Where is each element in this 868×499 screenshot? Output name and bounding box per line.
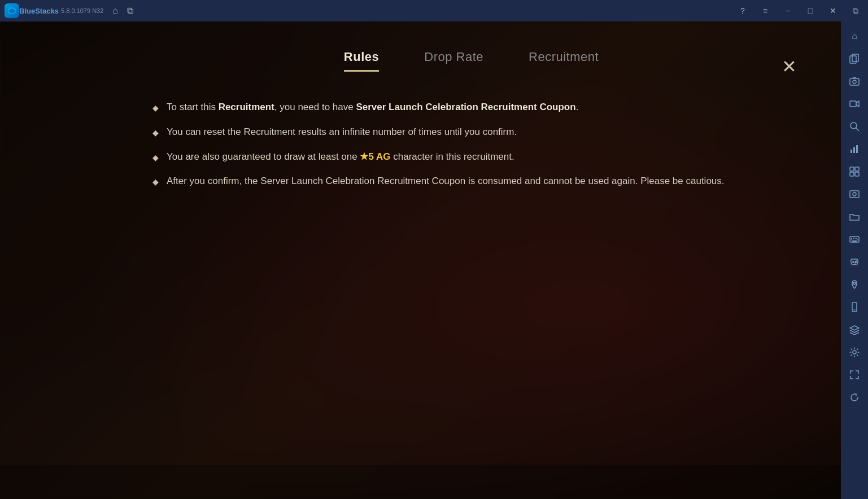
bullet-2: ◆ xyxy=(152,126,159,140)
rules-content: ◆ To start this Recruitment, you need to… xyxy=(136,85,807,211)
sidebar-search-icon[interactable] xyxy=(844,116,865,137)
bluestacks-logo xyxy=(5,3,19,18)
svg-rect-9 xyxy=(850,150,852,153)
rule-item-3: ◆ You are also guaranteed to draw at lea… xyxy=(152,148,790,165)
home-titlebar-icon[interactable]: ⌂ xyxy=(112,6,118,16)
restore-button[interactable]: ⧉ xyxy=(848,3,863,19)
sidebar-stats-icon[interactable] xyxy=(844,139,865,159)
svg-rect-2 xyxy=(850,56,856,63)
sidebar-phone-icon[interactable] xyxy=(844,297,865,317)
sidebar-camera-icon[interactable] xyxy=(844,71,865,91)
rule-text-1: To start this Recruitment, you need to h… xyxy=(167,99,578,116)
svg-rect-6 xyxy=(850,101,856,107)
sidebar-location-icon[interactable] xyxy=(844,274,865,295)
help-button[interactable]: ? xyxy=(735,3,751,19)
sidebar-expand-icon[interactable] xyxy=(844,365,865,385)
sidebar-rotate-icon[interactable] xyxy=(844,387,865,408)
rule-item-1: ◆ To start this Recruitment, you need to… xyxy=(152,99,790,116)
game-area: Rules Drop Rate Recruitment ◆ To start t… xyxy=(0,21,841,499)
right-sidebar: ⌂ xyxy=(841,21,868,499)
app-version: 5.8.0.1079 N32 xyxy=(61,7,103,14)
app-name: BlueStacks xyxy=(19,7,59,15)
svg-rect-3 xyxy=(852,54,858,62)
tab-bar: Rules Drop Rate Recruitment xyxy=(136,50,807,72)
rule-text-4: After you confirm, the Server Launch Cel… xyxy=(167,173,725,190)
sidebar-home-icon[interactable]: ⌂ xyxy=(844,26,865,46)
sidebar-screenshot-icon[interactable] xyxy=(844,184,865,204)
tab-rules[interactable]: Rules xyxy=(344,50,379,72)
svg-rect-12 xyxy=(850,167,854,171)
sidebar-macro-icon[interactable] xyxy=(844,161,865,182)
svg-rect-10 xyxy=(853,147,855,153)
sidebar-multiinstance-icon[interactable] xyxy=(844,49,865,69)
svg-point-30 xyxy=(853,282,856,284)
maximize-button[interactable]: □ xyxy=(802,3,818,19)
minimize-button[interactable]: − xyxy=(780,3,796,19)
bullet-4: ◆ xyxy=(152,175,159,189)
menu-button[interactable]: ≡ xyxy=(757,3,773,19)
svg-line-8 xyxy=(856,128,860,132)
close-button[interactable]: ✕ xyxy=(825,3,841,19)
sidebar-layers-icon[interactable] xyxy=(844,319,865,340)
sidebar-settings-icon[interactable] xyxy=(844,342,865,362)
rule-item-4: ◆ After you confirm, the Server Launch C… xyxy=(152,173,790,190)
svg-rect-11 xyxy=(856,145,858,153)
title-bar: BlueStacks 5.8.0.1079 N32 ⌂ ⧉ ? ≡ − □ ✕ … xyxy=(0,0,868,21)
game-bottom-bar xyxy=(0,465,841,499)
svg-rect-15 xyxy=(855,172,859,176)
svg-point-7 xyxy=(850,122,857,129)
svg-point-33 xyxy=(853,351,856,354)
tab-recruitment[interactable]: Recruitment xyxy=(529,50,599,72)
svg-point-17 xyxy=(853,192,856,196)
svg-rect-13 xyxy=(855,167,859,171)
tab-drop-rate[interactable]: Drop Rate xyxy=(424,50,483,72)
svg-point-29 xyxy=(855,262,856,263)
rule-item-2: ◆ You can reset the Recruitment results … xyxy=(152,124,790,141)
sidebar-gamepad-icon[interactable] xyxy=(844,252,865,272)
keyword-recruitment-1: Recruitment xyxy=(219,102,274,112)
svg-point-5 xyxy=(853,80,856,84)
rule-text-3: You are also guaranteed to draw at least… xyxy=(167,148,514,165)
keyword-coupon: Server Launch Celebration Recruitment Co… xyxy=(356,102,575,112)
svg-rect-16 xyxy=(850,191,859,198)
bullet-1: ◆ xyxy=(152,101,159,115)
bullet-3: ◆ xyxy=(152,151,159,165)
dialog-close-button[interactable]: ✕ xyxy=(777,54,801,79)
sidebar-video-icon[interactable] xyxy=(844,94,865,114)
rule-text-2: You can reset the Recruitment results an… xyxy=(167,124,517,141)
sidebar-keyboard-icon[interactable] xyxy=(844,229,865,250)
svg-rect-4 xyxy=(850,78,859,85)
svg-rect-14 xyxy=(850,172,854,176)
sidebar-folder-icon[interactable] xyxy=(844,207,865,227)
star-rating: ★5 AG xyxy=(360,151,390,162)
multiinstance-icon[interactable]: ⧉ xyxy=(127,6,133,16)
dialog-panel: Rules Drop Rate Recruitment ◆ To start t… xyxy=(136,50,807,465)
close-x-icon: ✕ xyxy=(782,58,797,76)
